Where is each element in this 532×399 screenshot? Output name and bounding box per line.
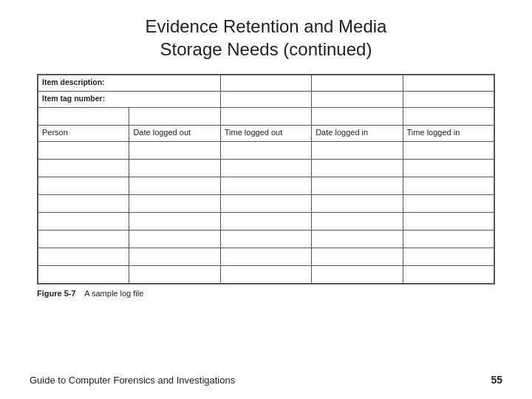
item-tag-val3: [403, 92, 494, 108]
log-table: Item description: Item tag number:: [38, 75, 494, 284]
table-row: [38, 142, 494, 160]
col-header-person: Person: [38, 126, 129, 142]
table-row: [38, 266, 494, 284]
item-description-row: Item description:: [38, 75, 494, 92]
item-tag-val2: [312, 92, 403, 108]
page-container: Evidence Retention and Media Storage Nee…: [0, 0, 532, 399]
table-row: [38, 231, 494, 248]
column-headers-row: Person Date logged out Time logged out D…: [38, 126, 494, 142]
figure-caption-text: A sample log file: [84, 289, 143, 298]
table-row: [38, 160, 494, 177]
col-header-date-out: Date logged out: [129, 126, 220, 142]
page-title: Evidence Retention and Media Storage Nee…: [146, 15, 387, 61]
item-description-val2: [312, 75, 403, 92]
figure-caption: Figure 5-7 A sample log file: [37, 289, 495, 298]
table-row: [38, 213, 494, 231]
item-tag-val1: [220, 92, 311, 108]
col-header-date-in: Date logged in: [312, 126, 403, 142]
footer-page: 55: [491, 374, 502, 386]
item-description-label: Item description:: [38, 75, 221, 92]
table-row: [38, 195, 494, 213]
table-row: [38, 177, 494, 195]
item-tag-row: Item tag number:: [38, 92, 494, 108]
item-description-val3: [403, 75, 494, 92]
footer: Guide to Computer Forensics and Investig…: [0, 374, 532, 392]
title-line2: Storage Needs (continued): [160, 39, 372, 59]
separator-row: [38, 108, 494, 126]
title-line1: Evidence Retention and Media: [146, 16, 387, 36]
figure-label: Figure 5-7: [37, 289, 76, 298]
log-table-wrapper: Item description: Item tag number:: [37, 74, 495, 284]
footer-text: Guide to Computer Forensics and Investig…: [30, 375, 235, 386]
col-header-time-in: Time logged in: [403, 126, 494, 142]
item-description-val1: [220, 75, 311, 92]
item-tag-label: Item tag number:: [38, 92, 221, 108]
table-row: [38, 248, 494, 266]
col-header-time-out: Time logged out: [220, 126, 311, 142]
